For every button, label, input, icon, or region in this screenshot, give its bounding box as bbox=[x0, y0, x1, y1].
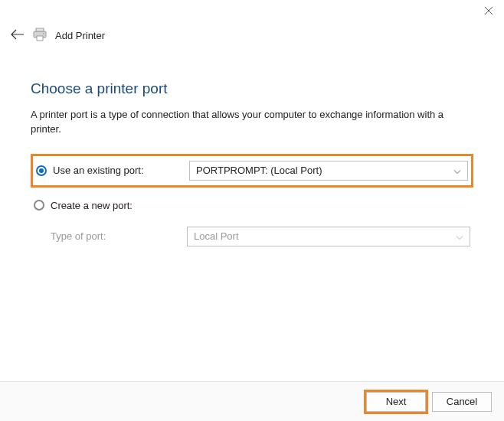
port-type-value: Local Port bbox=[194, 230, 239, 242]
cancel-button[interactable]: Cancel bbox=[432, 392, 492, 412]
chevron-down-icon bbox=[453, 165, 461, 176]
wizard-content: Choose a printer port A printer port is … bbox=[0, 44, 504, 250]
existing-port-select[interactable]: PORTPROMPT: (Local Port) bbox=[189, 161, 468, 181]
page-description: A printer port is a type of connection t… bbox=[31, 108, 473, 137]
create-port-radio[interactable]: Create a new port: bbox=[34, 200, 187, 211]
close-button[interactable] bbox=[484, 6, 493, 18]
wizard-title: Add Printer bbox=[55, 30, 105, 41]
svg-point-3 bbox=[43, 33, 44, 34]
port-type-label: Type of port: bbox=[34, 230, 187, 242]
wizard-header: Add Printer bbox=[0, 0, 504, 44]
close-icon bbox=[484, 6, 493, 15]
wizard-footer: Next Cancel bbox=[0, 381, 504, 421]
port-type-row: Type of port: Local Port bbox=[31, 224, 473, 250]
back-arrow-icon bbox=[11, 29, 25, 40]
radio-unselected-icon bbox=[34, 200, 44, 210]
create-port-row: Create a new port: bbox=[31, 197, 473, 214]
svg-rect-0 bbox=[36, 28, 44, 31]
page-heading: Choose a printer port bbox=[31, 80, 473, 97]
existing-port-radio[interactable]: Use an existing port: bbox=[36, 165, 189, 176]
back-button[interactable] bbox=[11, 29, 25, 42]
next-button[interactable]: Next bbox=[366, 392, 426, 412]
svg-rect-2 bbox=[37, 36, 43, 41]
existing-port-row: Use an existing port: PORTPROMPT: (Local… bbox=[31, 154, 473, 188]
existing-port-label: Use an existing port: bbox=[53, 165, 144, 176]
port-type-select: Local Port bbox=[187, 227, 470, 246]
chevron-down-icon bbox=[456, 230, 463, 242]
radio-selected-icon bbox=[36, 165, 47, 176]
existing-port-value: PORTPROMPT: (Local Port) bbox=[196, 165, 322, 176]
printer-icon bbox=[32, 28, 47, 44]
create-port-label: Create a new port: bbox=[51, 200, 133, 211]
